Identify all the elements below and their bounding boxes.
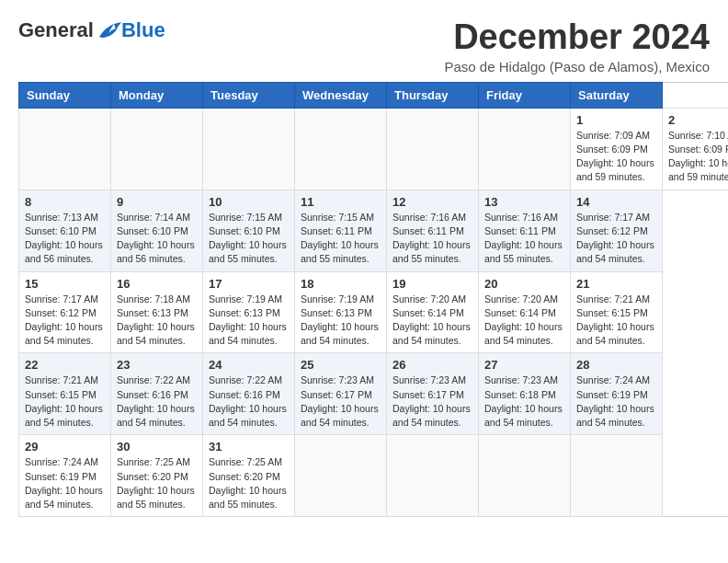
logo-general: General	[18, 18, 94, 42]
day-info: Sunrise: 7:23 AMSunset: 6:18 PMDaylight:…	[484, 373, 564, 430]
day-number: 14	[576, 195, 656, 209]
day-number: 26	[392, 358, 472, 372]
day-info: Sunrise: 7:23 AMSunset: 6:17 PMDaylight:…	[392, 373, 472, 430]
calendar-table: SundayMondayTuesdayWednesdayThursdayFrid…	[18, 82, 728, 517]
calendar-day-cell	[295, 108, 387, 190]
calendar-day-cell: 16Sunrise: 7:18 AMSunset: 6:13 PMDayligh…	[111, 271, 203, 353]
calendar-day-cell: 10Sunrise: 7:15 AMSunset: 6:10 PMDayligh…	[203, 190, 295, 271]
calendar-day-cell	[479, 108, 571, 190]
calendar-day-cell	[571, 435, 663, 517]
day-number: 27	[484, 358, 564, 372]
day-info: Sunrise: 7:20 AMSunset: 6:14 PMDaylight:…	[484, 293, 564, 349]
day-info: Sunrise: 7:16 AMSunset: 6:11 PMDaylight:…	[392, 211, 472, 267]
calendar-week-row: 8Sunrise: 7:13 AMSunset: 6:10 PMDaylight…	[19, 190, 729, 271]
day-number: 9	[117, 195, 197, 209]
day-of-week-header: Thursday	[387, 82, 479, 108]
calendar-day-cell	[19, 108, 111, 190]
day-number: 11	[301, 195, 381, 209]
calendar-day-cell: 30Sunrise: 7:25 AMSunset: 6:20 PMDayligh…	[111, 435, 203, 517]
day-info: Sunrise: 7:23 AMSunset: 6:17 PMDaylight:…	[301, 373, 381, 430]
calendar-day-cell: 11Sunrise: 7:15 AMSunset: 6:11 PMDayligh…	[295, 190, 387, 271]
calendar-week-row: 29Sunrise: 7:24 AMSunset: 6:19 PMDayligh…	[19, 435, 729, 517]
day-info: Sunrise: 7:15 AMSunset: 6:11 PMDaylight:…	[301, 211, 381, 267]
day-info: Sunrise: 7:19 AMSunset: 6:13 PMDaylight:…	[301, 293, 381, 349]
day-number: 25	[301, 358, 381, 372]
day-number: 28	[576, 358, 656, 372]
calendar-day-cell: 20Sunrise: 7:20 AMSunset: 6:14 PMDayligh…	[479, 271, 571, 353]
day-number: 8	[25, 195, 105, 209]
day-info: Sunrise: 7:17 AMSunset: 6:12 PMDaylight:…	[25, 293, 105, 349]
calendar-day-cell: 22Sunrise: 7:21 AMSunset: 6:15 PMDayligh…	[19, 353, 111, 435]
calendar-day-cell	[387, 435, 479, 517]
day-info: Sunrise: 7:09 AMSunset: 6:09 PMDaylight:…	[576, 129, 656, 185]
day-info: Sunrise: 7:22 AMSunset: 6:16 PMDaylight:…	[117, 373, 197, 430]
calendar-day-cell: 1Sunrise: 7:09 AMSunset: 6:09 PMDaylight…	[571, 108, 663, 190]
location: Paso de Hidalgo (Paso de Alamos), Mexico	[445, 59, 710, 75]
title-section: December 2024 Paso de Hidalgo (Paso de A…	[445, 18, 710, 75]
day-info: Sunrise: 7:16 AMSunset: 6:11 PMDaylight:…	[484, 211, 564, 267]
day-number: 31	[209, 440, 289, 454]
day-number: 16	[117, 277, 197, 291]
day-of-week-header: Friday	[479, 82, 571, 108]
calendar-day-cell: 18Sunrise: 7:19 AMSunset: 6:13 PMDayligh…	[295, 271, 387, 353]
day-info: Sunrise: 7:24 AMSunset: 6:19 PMDaylight:…	[576, 373, 656, 430]
day-info: Sunrise: 7:21 AMSunset: 6:15 PMDaylight:…	[576, 293, 656, 349]
calendar-day-cell	[203, 108, 295, 190]
calendar-day-cell	[387, 108, 479, 190]
day-info: Sunrise: 7:13 AMSunset: 6:10 PMDaylight:…	[25, 211, 105, 267]
calendar-day-cell: 15Sunrise: 7:17 AMSunset: 6:12 PMDayligh…	[19, 271, 111, 353]
calendar-day-cell: 2Sunrise: 7:10 AMSunset: 6:09 PMDaylight…	[663, 108, 729, 190]
day-info: Sunrise: 7:22 AMSunset: 6:16 PMDaylight:…	[209, 373, 289, 430]
calendar-day-cell: 17Sunrise: 7:19 AMSunset: 6:13 PMDayligh…	[203, 271, 295, 353]
day-number: 13	[484, 195, 564, 209]
day-of-week-header: Monday	[111, 82, 203, 108]
calendar-day-cell: 21Sunrise: 7:21 AMSunset: 6:15 PMDayligh…	[571, 271, 663, 353]
day-info: Sunrise: 7:18 AMSunset: 6:13 PMDaylight:…	[117, 293, 197, 349]
day-number: 2	[668, 113, 728, 127]
day-number: 23	[117, 358, 197, 372]
calendar-day-cell	[295, 435, 387, 517]
day-number: 12	[392, 195, 472, 209]
day-number: 29	[25, 440, 105, 454]
day-number: 18	[301, 277, 381, 291]
day-info: Sunrise: 7:25 AMSunset: 6:20 PMDaylight:…	[117, 455, 197, 511]
day-info: Sunrise: 7:15 AMSunset: 6:10 PMDaylight:…	[209, 211, 289, 267]
calendar-day-cell: 25Sunrise: 7:23 AMSunset: 6:17 PMDayligh…	[295, 353, 387, 435]
calendar-day-cell: 27Sunrise: 7:23 AMSunset: 6:18 PMDayligh…	[479, 353, 571, 435]
calendar-day-cell: 23Sunrise: 7:22 AMSunset: 6:16 PMDayligh…	[111, 353, 203, 435]
day-info: Sunrise: 7:24 AMSunset: 6:19 PMDaylight:…	[25, 455, 105, 511]
day-number: 20	[484, 277, 564, 291]
calendar-day-cell: 12Sunrise: 7:16 AMSunset: 6:11 PMDayligh…	[387, 190, 479, 271]
day-number: 24	[209, 358, 289, 372]
calendar-week-row: 1Sunrise: 7:09 AMSunset: 6:09 PMDaylight…	[19, 108, 729, 190]
calendar-day-cell: 8Sunrise: 7:13 AMSunset: 6:10 PMDaylight…	[19, 190, 111, 271]
calendar-day-cell: 13Sunrise: 7:16 AMSunset: 6:11 PMDayligh…	[479, 190, 571, 271]
day-info: Sunrise: 7:10 AMSunset: 6:09 PMDaylight:…	[668, 129, 728, 185]
calendar-day-cell	[479, 435, 571, 517]
day-number: 30	[117, 440, 197, 454]
calendar-day-cell: 14Sunrise: 7:17 AMSunset: 6:12 PMDayligh…	[571, 190, 663, 271]
calendar-day-cell: 9Sunrise: 7:14 AMSunset: 6:10 PMDaylight…	[111, 190, 203, 271]
logo-bird-icon	[96, 20, 121, 40]
month-title: December 2024	[445, 18, 710, 57]
day-info: Sunrise: 7:14 AMSunset: 6:10 PMDaylight:…	[117, 211, 197, 267]
calendar-day-cell	[111, 108, 203, 190]
day-number: 1	[576, 113, 656, 127]
day-of-week-header: Saturday	[571, 82, 663, 108]
calendar-day-cell: 29Sunrise: 7:24 AMSunset: 6:19 PMDayligh…	[19, 435, 111, 517]
day-of-week-header: Tuesday	[203, 82, 295, 108]
logo: General Blue	[18, 18, 165, 42]
day-of-week-header: Sunday	[19, 82, 111, 108]
logo-blue: Blue	[121, 18, 165, 42]
page-header: General Blue December 2024 Paso de Hidal…	[18, 18, 710, 75]
calendar-header-row: SundayMondayTuesdayWednesdayThursdayFrid…	[19, 82, 729, 108]
day-info: Sunrise: 7:25 AMSunset: 6:20 PMDaylight:…	[209, 455, 289, 511]
calendar-day-cell: 26Sunrise: 7:23 AMSunset: 6:17 PMDayligh…	[387, 353, 479, 435]
calendar-day-cell: 19Sunrise: 7:20 AMSunset: 6:14 PMDayligh…	[387, 271, 479, 353]
day-info: Sunrise: 7:20 AMSunset: 6:14 PMDaylight:…	[392, 293, 472, 349]
calendar-day-cell: 31Sunrise: 7:25 AMSunset: 6:20 PMDayligh…	[203, 435, 295, 517]
calendar-day-cell: 28Sunrise: 7:24 AMSunset: 6:19 PMDayligh…	[571, 353, 663, 435]
day-of-week-header: Wednesday	[295, 82, 387, 108]
day-number: 21	[576, 277, 656, 291]
day-info: Sunrise: 7:21 AMSunset: 6:15 PMDaylight:…	[25, 373, 105, 430]
